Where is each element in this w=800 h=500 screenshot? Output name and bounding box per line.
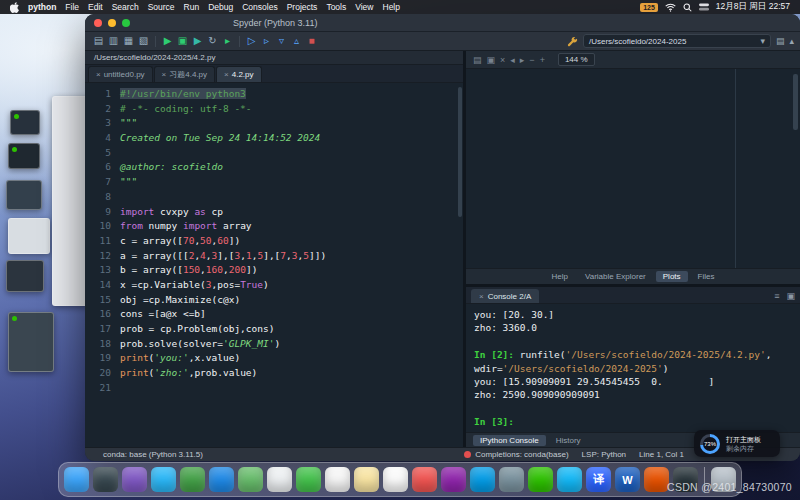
- close-icon[interactable]: ×: [479, 292, 484, 301]
- apple-menu-icon[interactable]: [10, 2, 19, 13]
- code-line-20[interactable]: 20print('zho:',prob.value): [85, 366, 463, 381]
- console-options-menu-icon[interactable]: ≡: [774, 291, 779, 301]
- menu-source[interactable]: Source: [148, 2, 175, 12]
- open-file-icon[interactable]: ▥: [106, 33, 121, 49]
- memory-widget-title[interactable]: 打开主面板: [726, 435, 761, 444]
- dock-qq[interactable]: [557, 467, 582, 492]
- code-line-17[interactable]: 17prob = cp.Problem(obj,cons): [85, 322, 463, 337]
- step-return-icon[interactable]: ▵: [289, 33, 304, 49]
- code-line-6[interactable]: 6@author: scofieldo: [85, 160, 463, 175]
- dock-maps[interactable]: [238, 467, 263, 492]
- tab-console-2a[interactable]: × Console 2/A: [471, 289, 539, 303]
- menu-tools[interactable]: Tools: [326, 2, 346, 12]
- desktop-thumbnail-4[interactable]: [8, 218, 50, 254]
- menu-view[interactable]: View: [355, 2, 373, 12]
- status-conda-env[interactable]: conda: base (Python 3.11.5): [103, 450, 203, 459]
- tab-files[interactable]: Files: [691, 271, 722, 282]
- desktop-thumbnail-6[interactable]: [8, 312, 54, 372]
- console-detach-icon[interactable]: ▣: [786, 291, 795, 301]
- save-icon[interactable]: ▦: [121, 33, 136, 49]
- run-icon[interactable]: ▶: [160, 33, 175, 49]
- close-icon[interactable]: ×: [224, 70, 229, 79]
- dock-facetime[interactable]: [296, 467, 321, 492]
- dock-photos[interactable]: [267, 467, 292, 492]
- code-line-8[interactable]: 8: [85, 190, 463, 205]
- dock-siri[interactable]: [122, 467, 147, 492]
- code-line-15[interactable]: 15obj =cp.Maximize(c@x): [85, 293, 463, 308]
- save-all-icon[interactable]: ▧: [136, 33, 151, 49]
- editor-scrollbar[interactable]: [458, 87, 462, 217]
- desktop-thumbnail-3[interactable]: [6, 180, 42, 210]
- code-line-14[interactable]: 14x =cp.Variable(3,pos=True): [85, 278, 463, 293]
- dock-word[interactable]: W: [615, 467, 640, 492]
- dock-reminders[interactable]: [383, 467, 408, 492]
- code-editor[interactable]: 1#!/usr/bin/env python32# -*- coding: ut…: [85, 83, 463, 447]
- preferences-wrench-icon[interactable]: [567, 36, 578, 47]
- code-line-10[interactable]: 10from numpy import array: [85, 219, 463, 234]
- menu-debug[interactable]: Debug: [208, 2, 233, 12]
- desktop-thumbnail-5[interactable]: [6, 260, 44, 292]
- stop-icon[interactable]: ■: [304, 33, 319, 49]
- titlebar[interactable]: Spyder (Python 3.11): [85, 14, 800, 32]
- run-selection-icon[interactable]: ▸: [220, 33, 235, 49]
- menu-file[interactable]: File: [65, 2, 79, 12]
- dock-calendar[interactable]: [325, 467, 350, 492]
- debug-icon[interactable]: ▷: [244, 33, 259, 49]
- code-line-12[interactable]: 12a = array([[2,4,3],[3,1,5],[7,3,5]]): [85, 249, 463, 264]
- menu-search[interactable]: Search: [112, 2, 139, 12]
- code-line-5[interactable]: 5: [85, 146, 463, 161]
- tab-ipython-console[interactable]: IPython Console: [473, 435, 546, 446]
- zoom-level[interactable]: 144 %: [558, 53, 595, 66]
- dock-translate[interactable]: 译: [586, 467, 611, 492]
- console-output[interactable]: you: [20. 30.]zho: 3360.0 In [2]: runfil…: [466, 304, 800, 432]
- wifi-icon[interactable]: [665, 3, 676, 12]
- close-icon[interactable]: ×: [162, 70, 167, 79]
- tab-plots[interactable]: Plots: [656, 271, 688, 282]
- code-line-11[interactable]: 11c = array([70,50,60]): [85, 234, 463, 249]
- code-line-16[interactable]: 16cons =[a@x <=b]: [85, 307, 463, 322]
- code-line-9[interactable]: 9import cvxpy as cp: [85, 205, 463, 220]
- tab-help[interactable]: Help: [545, 271, 575, 282]
- dock-matlab[interactable]: [644, 467, 669, 492]
- dock-safari[interactable]: [151, 467, 176, 492]
- dock-wechat[interactable]: [528, 467, 553, 492]
- dock-messages[interactable]: [180, 467, 205, 492]
- code-line-19[interactable]: 19print('you:',x.value): [85, 351, 463, 366]
- run-cell-advance-icon[interactable]: ▶: [190, 33, 205, 49]
- step-into-icon[interactable]: ▿: [274, 33, 289, 49]
- close-window-button[interactable]: [94, 19, 102, 27]
- dock-launchpad[interactable]: [93, 467, 118, 492]
- parent-directory-icon[interactable]: ▴: [789, 36, 794, 46]
- code-line-21[interactable]: 21: [85, 381, 463, 396]
- code-line-2[interactable]: 2# -*- coding: utf-8 -*-: [85, 102, 463, 117]
- remove-plot-icon[interactable]: ×: [500, 55, 505, 65]
- copy-plot-icon[interactable]: ▣: [487, 55, 496, 65]
- tab-variable-explorer[interactable]: Variable Explorer: [578, 271, 653, 282]
- code-line-1[interactable]: 1#!/usr/bin/env python3: [85, 87, 463, 102]
- menu-edit[interactable]: Edit: [88, 2, 103, 12]
- code-line-4[interactable]: 4Created on Tue Sep 24 14:14:52 2024: [85, 131, 463, 146]
- dock-finder[interactable]: [64, 467, 89, 492]
- code-line-7[interactable]: 7""": [85, 175, 463, 190]
- menu-run[interactable]: Run: [184, 2, 200, 12]
- menu-help[interactable]: Help: [383, 2, 400, 12]
- save-plot-icon[interactable]: ▤: [473, 55, 482, 65]
- menubar-app-name[interactable]: python: [28, 2, 56, 12]
- desktop-thumbnail-2[interactable]: [8, 143, 40, 169]
- memory-widget[interactable]: 73% 打开主面板 剩余内存: [694, 430, 780, 457]
- plots-scrollbar[interactable]: [793, 74, 798, 130]
- status-lsp[interactable]: LSP: Python: [582, 450, 626, 459]
- tab-history[interactable]: History: [549, 435, 588, 446]
- status-completions[interactable]: Completions: conda(base): [464, 450, 568, 459]
- code-line-13[interactable]: 13b = array([150,160,200]): [85, 263, 463, 278]
- menubar-clock[interactable]: 12月8日 周日 22:57: [716, 1, 790, 13]
- search-icon[interactable]: [683, 3, 692, 12]
- new-file-icon[interactable]: ▤: [91, 33, 106, 49]
- zoom-out-icon[interactable]: −: [529, 55, 534, 65]
- tab-4.2.py[interactable]: ×4.2.py: [216, 66, 261, 82]
- dock-settings[interactable]: [499, 467, 524, 492]
- previous-plot-icon[interactable]: ◂: [510, 55, 515, 65]
- menu-projects[interactable]: Projects: [287, 2, 318, 12]
- dock-music[interactable]: [412, 467, 437, 492]
- next-plot-icon[interactable]: ▸: [520, 55, 525, 65]
